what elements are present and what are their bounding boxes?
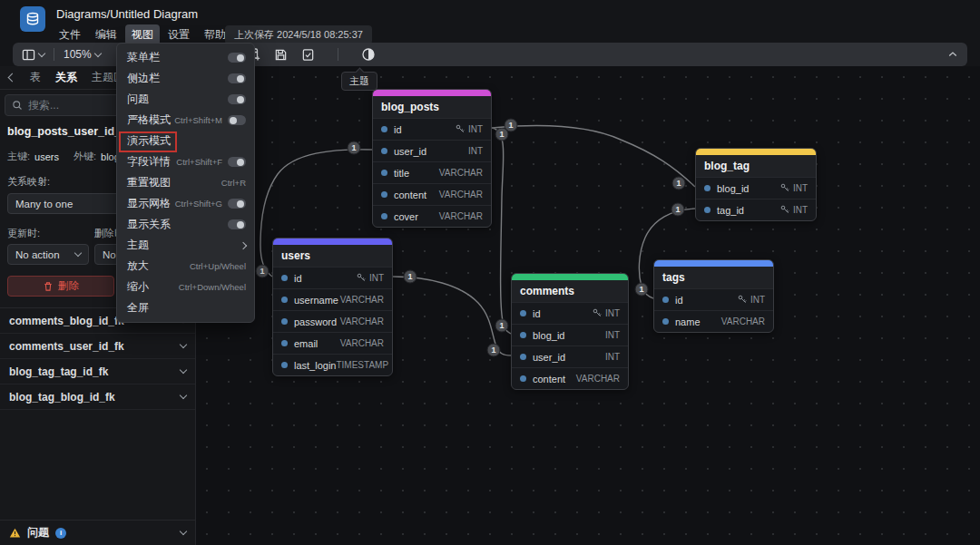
field-name: id bbox=[394, 124, 402, 135]
field-name: blog_id bbox=[717, 183, 749, 194]
field-dot bbox=[520, 332, 526, 338]
collapse-toolbar-button[interactable] bbox=[947, 49, 958, 60]
view-menu-item-菜单栏[interactable]: 菜单栏 bbox=[117, 47, 254, 68]
diagram-canvas[interactable]: 1111111111 blog_postsidINTuser_idINTtitl… bbox=[196, 66, 980, 545]
toggle-switch[interactable] bbox=[228, 219, 246, 229]
view-menu-item-right: Ctrl+Shift+M bbox=[174, 115, 246, 125]
toggle-switch[interactable] bbox=[228, 53, 246, 63]
zoom-level-label: 105% bbox=[64, 48, 92, 61]
relationship-list-item[interactable]: blog_tag_blog_id_fk bbox=[0, 384, 195, 410]
relationship-line-blog_tag_blog_id_fk[interactable] bbox=[492, 126, 695, 187]
toggle-switch[interactable] bbox=[228, 199, 246, 209]
field-meta: VARCHAR bbox=[576, 374, 620, 384]
field-users-password[interactable]: passwordVARCHAR bbox=[273, 310, 392, 332]
relationship-list-item[interactable]: blog_tag_tag_id_fk bbox=[0, 359, 195, 384]
view-menu-item-主题[interactable]: 主题 bbox=[117, 235, 254, 256]
save-button[interactable] bbox=[274, 48, 288, 62]
toggle-switch[interactable] bbox=[228, 94, 246, 104]
field-users-id[interactable]: idINT bbox=[273, 267, 392, 288]
layout-options-button[interactable] bbox=[22, 48, 44, 62]
field-blog_tag-blog_id[interactable]: blog_idINT bbox=[696, 177, 816, 199]
field-blog_tag-tag_id[interactable]: tag_idINT bbox=[696, 199, 816, 220]
shortcut-label: Ctrl+Up/Wheel bbox=[190, 261, 246, 271]
primary-key-icon-wrap bbox=[456, 124, 465, 135]
relationship-list-item[interactable]: comments_user_id_fk bbox=[0, 334, 195, 359]
theme-button[interactable] bbox=[361, 47, 376, 62]
view-menu-item-显示关系[interactable]: 显示关系 bbox=[117, 214, 254, 235]
issues-bar[interactable]: 问题 i bbox=[0, 520, 195, 545]
field-type: TIMESTAMP bbox=[336, 360, 388, 370]
svg-text:1: 1 bbox=[639, 285, 643, 294]
on-update-select[interactable]: No action bbox=[7, 244, 89, 265]
field-users-last_login[interactable]: last_loginTIMESTAMP bbox=[273, 354, 392, 375]
view-menu-item-演示模式[interactable]: 演示模式 bbox=[117, 131, 254, 151]
field-meta: VARCHAR bbox=[439, 168, 483, 178]
field-name: tag_id bbox=[717, 205, 744, 216]
field-comments-user_id[interactable]: user_idINT bbox=[512, 345, 628, 367]
field-tags-name[interactable]: nameVARCHAR bbox=[654, 310, 773, 332]
cardinality-marker: 1 bbox=[404, 270, 416, 283]
field-blog_posts-cover[interactable]: coverVARCHAR bbox=[373, 205, 491, 227]
field-meta: INT bbox=[738, 295, 765, 306]
toggle-switch[interactable] bbox=[228, 157, 246, 167]
view-menu-item-字段详情[interactable]: 字段详情Ctrl+Shift+F bbox=[117, 151, 254, 172]
field-blog_posts-user_id[interactable]: user_idINT bbox=[373, 140, 491, 161]
view-menu-item-全屏[interactable]: 全屏 bbox=[117, 297, 254, 318]
app-logo[interactable] bbox=[20, 6, 45, 32]
field-type: INT bbox=[793, 205, 808, 215]
chevron-up-icon bbox=[947, 49, 958, 60]
field-blog_posts-content[interactable]: contentVARCHAR bbox=[373, 183, 491, 205]
chevron-down-icon bbox=[180, 366, 187, 374]
foreign-key-label: 外键: bbox=[74, 150, 96, 163]
field-users-username[interactable]: usernameVARCHAR bbox=[273, 288, 392, 310]
field-meta: VARCHAR bbox=[721, 316, 765, 326]
field-tags-id[interactable]: idINT bbox=[654, 288, 773, 310]
field-dot bbox=[381, 126, 387, 132]
last-saved-badge: 上次保存 2024/5/18 08:25:37 bbox=[225, 25, 372, 44]
relationship-item-name: comments_blog_id_fk bbox=[9, 315, 124, 327]
trash-icon bbox=[43, 281, 54, 292]
table-tags[interactable]: tagsidINTnameVARCHAR bbox=[653, 259, 774, 333]
view-menu-item-right: Ctrl+Down/Wheel bbox=[179, 282, 246, 292]
view-menu-item-缩小[interactable]: 缩小Ctrl+Down/Wheel bbox=[117, 277, 254, 297]
tab-关系[interactable]: 关系 bbox=[55, 70, 77, 85]
todo-list-button[interactable] bbox=[301, 48, 315, 62]
field-meta: INT bbox=[593, 308, 620, 319]
field-dot bbox=[281, 362, 288, 368]
svg-text:1: 1 bbox=[260, 267, 264, 276]
table-comments[interactable]: commentsidINTblog_idINTuser_idINTcontent… bbox=[511, 273, 629, 390]
view-menu-item-问题[interactable]: 问题 bbox=[117, 89, 254, 110]
svg-text:1: 1 bbox=[491, 345, 495, 355]
toggle-switch[interactable] bbox=[228, 115, 246, 125]
field-blog_posts-title[interactable]: titleVARCHAR bbox=[373, 161, 491, 183]
chevron-down-icon bbox=[93, 49, 101, 56]
view-menu-item-严格模式[interactable]: 严格模式Ctrl+Shift+M bbox=[117, 110, 254, 131]
delete-button-label: 删除 bbox=[58, 279, 79, 293]
svg-text:1: 1 bbox=[508, 121, 513, 130]
table-blog_tag[interactable]: blog_tagblog_idINTtag_idINT bbox=[695, 148, 817, 221]
field-blog_posts-id[interactable]: idINT bbox=[373, 118, 491, 140]
shortcut-label: Ctrl+R bbox=[221, 178, 246, 188]
field-name: email bbox=[294, 338, 318, 349]
view-menu-item-侧边栏[interactable]: 侧边栏 bbox=[117, 68, 254, 89]
field-comments-content[interactable]: contentVARCHAR bbox=[512, 367, 628, 389]
relationship-line-comments_blog_id_fk[interactable] bbox=[492, 128, 511, 334]
view-menu-item-放大[interactable]: 放大Ctrl+Up/Wheel bbox=[117, 256, 254, 277]
key-icon bbox=[738, 295, 747, 304]
cardinality-marker: 1 bbox=[487, 344, 500, 356]
table-blog_posts[interactable]: blog_postsidINTuser_idINTtitleVARCHARcon… bbox=[372, 89, 492, 228]
database-logo-icon bbox=[25, 12, 40, 26]
primary-key-icon-wrap bbox=[738, 295, 747, 306]
view-menu-item-显示网格[interactable]: 显示网格Ctrl+Shift+G bbox=[117, 193, 254, 214]
chevron-down-icon bbox=[180, 341, 187, 348]
zoom-control[interactable]: 105% bbox=[64, 48, 101, 61]
delete-relationship-button[interactable]: 删除 bbox=[7, 276, 114, 297]
field-comments-blog_id[interactable]: blog_idINT bbox=[512, 324, 628, 345]
toggle-switch[interactable] bbox=[228, 73, 246, 83]
view-menu-item-重置视图[interactable]: 重置视图Ctrl+R bbox=[117, 172, 254, 193]
collapse-sidebar-icon[interactable] bbox=[8, 73, 17, 83]
field-users-email[interactable]: emailVARCHAR bbox=[273, 332, 392, 354]
table-users[interactable]: usersidINTusernameVARCHARpasswordVARCHAR… bbox=[272, 238, 393, 376]
tab-表[interactable]: 表 bbox=[30, 70, 41, 85]
field-comments-id[interactable]: idINT bbox=[512, 302, 628, 324]
